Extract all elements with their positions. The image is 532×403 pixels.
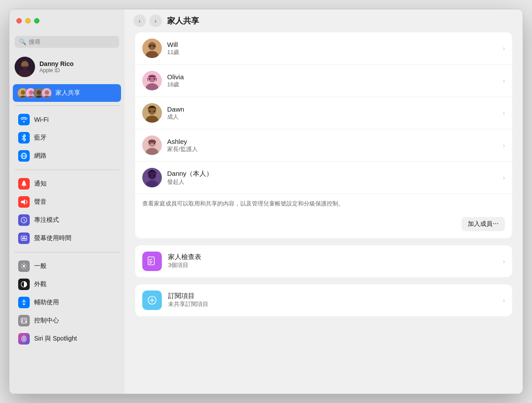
svg-point-11 (37, 90, 41, 95)
svg-point-59 (154, 175, 155, 177)
notification-label: 通知 (34, 180, 47, 188)
sidebar-item-notification[interactable]: 通知 (13, 175, 121, 193)
svg-point-24 (23, 265, 25, 267)
sidebar-item-screentime[interactable]: 螢幕使用時間 (13, 229, 121, 247)
minimize-button[interactable] (25, 18, 31, 23)
general-icon (18, 260, 30, 272)
forward-button[interactable]: › (149, 15, 162, 27)
checklist-sub: 3個項目 (168, 261, 497, 269)
join-btn-row: 加入成員⋯ (135, 213, 512, 238)
sidebar-section-preferences: 一般 外觀 輔助使用 (9, 254, 125, 351)
svg-point-26 (23, 300, 24, 301)
avatar-olivia (142, 71, 162, 90)
members-card: Will 11歲 › (135, 32, 512, 238)
svg-rect-30 (21, 322, 23, 322)
divider-1 (15, 105, 119, 106)
siri-icon (18, 333, 30, 345)
member-name-dawn: Dawn (167, 105, 497, 113)
member-row-will[interactable]: Will 11歲 › (135, 32, 512, 65)
sidebar-item-focus[interactable]: 專注模式 (13, 211, 121, 229)
screentime-icon (18, 232, 30, 244)
sound-icon (18, 196, 30, 208)
sidebar-section-system: 通知 聲音 專注模式 (9, 172, 125, 250)
svg-point-48 (154, 111, 155, 112)
profile-name: Danny Rico (39, 60, 74, 67)
accessibility-icon (18, 297, 30, 308)
profile-section[interactable]: Danny Rico Apple ID (9, 53, 125, 82)
svg-rect-23 (25, 238, 26, 239)
screentime-label: 螢幕使用時間 (34, 234, 71, 242)
chevron-danny: › (503, 174, 505, 181)
svg-point-31 (25, 321, 26, 322)
svg-point-53 (154, 143, 155, 144)
svg-point-5 (21, 90, 25, 95)
join-members-button[interactable]: 加入成員⋯ (462, 217, 505, 231)
subscriptions-row[interactable]: 訂閱項目 未共享訂閱項目 › (135, 284, 512, 316)
svg-point-37 (149, 46, 151, 47)
profile-apple-id: Apple ID (39, 67, 74, 74)
svg-rect-22 (23, 237, 24, 240)
svg-point-54 (151, 140, 153, 143)
svg-point-28 (22, 319, 23, 321)
sidebar-item-family-sharing[interactable]: 家人共享 (13, 84, 121, 102)
sidebar-item-general[interactable]: 一般 (13, 257, 121, 275)
avatar-danny (142, 168, 162, 187)
divider-3 (15, 252, 119, 252)
sound-label: 聲音 (34, 198, 47, 206)
bluetooth-label: 藍牙 (34, 134, 47, 142)
control-icon (18, 315, 30, 326)
wifi-label: Wi-Fi (34, 116, 49, 123)
member-role-ashley: 家長/監護人 (167, 145, 497, 153)
appearance-icon (18, 279, 30, 290)
sidebar-item-bluetooth[interactable]: 藍牙 (13, 129, 121, 147)
checklist-icon (142, 252, 162, 271)
chevron-checklist: › (503, 258, 505, 265)
titlebar (9, 9, 125, 32)
svg-point-42 (149, 78, 151, 80)
sidebar-item-sound[interactable]: 聲音 (13, 193, 121, 211)
family-sharing-label: 家人共享 (55, 89, 80, 97)
avatar-will (142, 39, 162, 58)
member-info-danny: Danny（本人） 發起人 (167, 170, 497, 186)
member-row-olivia[interactable]: Olivia 16歲 › (135, 65, 512, 97)
control-label: 控制中心 (34, 317, 59, 325)
member-role-olivia: 16歲 (167, 81, 497, 89)
member-name-danny: Danny（本人） (167, 170, 497, 178)
subscriptions-icon (142, 291, 162, 310)
svg-marker-19 (21, 199, 25, 205)
wifi-icon (18, 114, 30, 125)
sidebar-item-wifi[interactable]: Wi-Fi (13, 111, 121, 128)
svg-point-58 (149, 175, 151, 177)
svg-point-8 (29, 90, 33, 95)
family-avatars (17, 88, 52, 98)
search-box[interactable]: 🔍 (15, 36, 119, 48)
sidebar-section-network: Wi-Fi 藍牙 網路 (9, 108, 125, 168)
sidebar-item-network[interactable]: 網路 (13, 147, 121, 165)
back-button[interactable]: ‹ (133, 15, 146, 27)
description-text: 查看家庭成員可以取用和共享的內容，以及管理兒童帳號設定和分級保護控制。 (135, 194, 512, 213)
member-row-danny[interactable]: Danny（本人） 發起人 › (135, 162, 512, 194)
chevron-olivia: › (503, 77, 505, 84)
content-scroll: Will 11歲 › (125, 32, 523, 394)
avatar-ashley (142, 136, 162, 155)
sidebar-item-control[interactable]: 控制中心 (13, 312, 121, 329)
checklist-row[interactable]: 家人檢查表 3個項目 › (135, 245, 512, 277)
focus-label: 專注模式 (34, 216, 59, 224)
close-button[interactable] (16, 18, 22, 23)
member-row-ashley[interactable]: Ashley 家長/監護人 › (135, 129, 512, 162)
maximize-button[interactable] (34, 18, 39, 23)
checklist-card: 家人檢查表 3個項目 › (135, 245, 512, 277)
chevron-will: › (503, 45, 505, 52)
subscriptions-sub: 未共享訂閱項目 (168, 300, 497, 308)
bluetooth-icon (18, 132, 30, 143)
sidebar-item-appearance[interactable]: 外觀 (13, 275, 121, 293)
sidebar-item-accessibility[interactable]: 輔助使用 (13, 294, 121, 311)
sidebar: 🔍 Danny Rico Apple ID (9, 9, 125, 394)
member-name-ashley: Ashley (167, 138, 497, 145)
search-input[interactable] (29, 39, 115, 45)
svg-point-40 (148, 74, 156, 82)
member-info-ashley: Ashley 家長/監護人 (167, 138, 497, 153)
member-row-dawn[interactable]: Dawn 成人 › (135, 97, 512, 129)
checklist-name: 家人檢查表 (168, 253, 497, 261)
sidebar-item-siri[interactable]: Siri 與 Spotlight (13, 330, 121, 348)
